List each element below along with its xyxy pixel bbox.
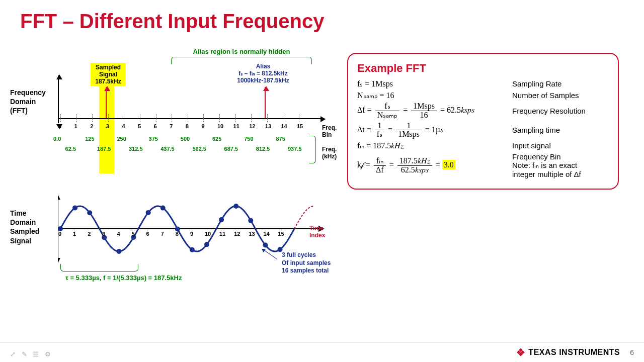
- spike-bin-3: [106, 87, 107, 118]
- alias-region-label: Alias region is normally hidden: [171, 48, 312, 55]
- svg-text:8: 8: [176, 231, 179, 237]
- svg-point-11: [146, 210, 151, 215]
- n-desc: Number of Samples: [512, 91, 579, 100]
- df-desc: Frequency Resolution: [512, 107, 586, 115]
- bin-axis-label: Freq. Bin: [322, 124, 337, 138]
- sampled-signal-label: Sampled Signal 187.5kHz: [91, 63, 126, 86]
- kf-result-highlight: 3.0: [442, 160, 455, 169]
- svg-marker-2: [58, 258, 60, 263]
- fs-equation: fₛ = 1Msps: [357, 79, 512, 88]
- fin-equation: fᵢₙ = 187.5𝑘𝐻𝑧: [357, 141, 512, 150]
- dt-equation: Δt = 1fₛ = 11Msps = 1µ𝑠: [357, 122, 512, 139]
- fft-ticks: 0123456789101112131415: [58, 114, 314, 122]
- fs-desc: Sampling Rate: [512, 79, 561, 88]
- svg-point-6: [72, 205, 77, 210]
- svg-point-19: [263, 242, 268, 247]
- svg-point-17: [233, 204, 238, 209]
- spike-bin-13: [265, 87, 266, 118]
- svg-text:14: 14: [263, 231, 270, 237]
- svg-text:9: 9: [190, 231, 193, 237]
- svg-point-14: [190, 247, 195, 252]
- example-title: Example FFT: [357, 62, 609, 75]
- ti-mark-icon: ❖: [516, 346, 526, 358]
- footer-bar: ⤢ ✎ ☰ ⚙ ❖ TEXAS INSTRUMENTS 6: [0, 342, 644, 362]
- svg-point-7: [87, 210, 92, 215]
- fin-desc: Input signal: [512, 141, 551, 150]
- svg-text:3: 3: [102, 231, 105, 237]
- svg-text:0: 0: [58, 231, 61, 237]
- svg-point-12: [160, 206, 166, 211]
- diagrams-column: Frequency Domain (FFT) Alias region is n…: [20, 48, 332, 309]
- example-fft-box: Example FFT fₛ = 1Msps Sampling Rate Nₛₐ…: [347, 53, 619, 190]
- n-equation: Nₛₐₘₚ = 16: [357, 90, 512, 100]
- svg-point-9: [116, 249, 121, 254]
- svg-text:12: 12: [234, 231, 240, 237]
- svg-point-18: [248, 218, 253, 223]
- cycles-note: 3 full cycles Of input samples 16 sample…: [282, 251, 331, 275]
- svg-text:4: 4: [117, 231, 120, 237]
- svg-point-15: [204, 242, 209, 247]
- freq-axis-label: Freq. (kHz): [322, 146, 337, 160]
- svg-text:13: 13: [249, 231, 255, 237]
- svg-text:1: 1: [73, 231, 76, 237]
- svg-text:11: 11: [219, 231, 225, 237]
- kf-desc: Frequency Bin Note: fᵢₙ is an exact inte…: [512, 152, 581, 178]
- time-diagram: Time Domain Sampled Signal: [20, 194, 332, 309]
- svg-text:6: 6: [146, 231, 149, 237]
- svg-text:5: 5: [132, 231, 135, 237]
- df-equation: Δf = fₛNₛₐₘₚ = 1Msps16 = 62.5𝑘𝑠𝑝𝑠: [357, 102, 512, 120]
- alias-signal-label: Alias fₛ – fᵢₙ = 812.5kHz 1000kHz-187.5k…: [230, 63, 296, 84]
- fft-axis-label: Frequency Domain (FFT): [10, 88, 46, 116]
- freq-brace: [309, 136, 315, 163]
- tau-brace: [60, 264, 138, 271]
- fft-diagram: Frequency Domain (FFT) Alias region is n…: [20, 48, 332, 178]
- time-index-label: Time Index: [309, 225, 332, 239]
- dt-desc: Sampling time: [512, 126, 560, 134]
- slide-title: FFT – Different Input Frequency: [20, 10, 624, 33]
- ti-logo: ❖ TEXAS INSTRUMENTS: [516, 346, 620, 358]
- page-number: 6: [630, 348, 634, 356]
- tau-label: τ = 5.333µs, f = 1/(5.333µs) = 187.5kHz: [65, 274, 182, 282]
- svg-point-16: [219, 217, 224, 222]
- svg-text:10: 10: [205, 231, 211, 237]
- kf-equation: k𝒻 = fᵢₙΔf = 187.5𝑘𝐻𝑧62.5𝑘𝑠𝑝𝑠 = 3.0: [357, 157, 512, 174]
- time-axis-label: Time Domain Sampled Signal: [10, 209, 39, 245]
- svg-marker-1: [58, 195, 60, 200]
- footer-controls: ⤢ ✎ ☰ ⚙: [10, 350, 53, 358]
- svg-text:15: 15: [278, 231, 284, 237]
- svg-text:7: 7: [161, 231, 164, 237]
- svg-text:2: 2: [88, 231, 91, 237]
